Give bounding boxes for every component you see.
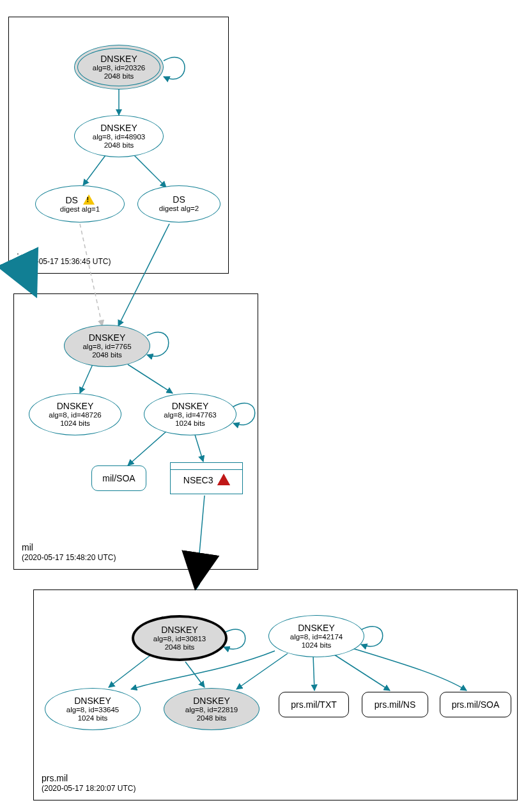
dnskey-mil-48726: DNSKEY alg=8, id=48726 1024 bits xyxy=(29,393,121,435)
dnskey-prs-22819: DNSKEY alg=8, id=22819 2048 bits xyxy=(164,688,259,730)
dnskey-root-ksk: DNSKEY alg=8, id=20326 2048 bits xyxy=(74,45,164,90)
dnskey-prs-33645: DNSKEY alg=8, id=33645 1024 bits xyxy=(45,688,141,730)
rrset-mil-soa: mil/SOA xyxy=(91,465,146,491)
rrset-prs-txt: prs.mil/TXT xyxy=(279,692,349,717)
zone-prs-timestamp: (2020-05-17 18:20:07 UTC) xyxy=(42,784,135,793)
ds-alg2: DS digest alg=2 xyxy=(137,185,220,223)
dnskey-mil-ksk: DNSKEY alg=8, id=7765 2048 bits xyxy=(64,325,150,367)
dnskey-prs-ksk: DNSKEY alg=8, id=30813 2048 bits xyxy=(132,615,228,661)
zone-mil-name: mil xyxy=(22,542,116,554)
rrset-prs-soa: prs.mil/SOA xyxy=(440,692,511,717)
dnskey-mil-47763: DNSKEY alg=8, id=47763 1024 bits xyxy=(144,393,236,435)
dnskey-prs-42174: DNSKEY alg=8, id=42174 1024 bits xyxy=(268,615,364,657)
rrset-prs-ns: prs.mil/NS xyxy=(362,692,428,717)
warning-icon xyxy=(83,194,95,205)
dnskey-root-zsk: DNSKEY alg=8, id=48903 2048 bits xyxy=(74,115,164,157)
zone-prs-name: prs.mil xyxy=(42,773,135,785)
nsec3-record: NSEC3 xyxy=(170,462,243,494)
zone-mil-timestamp: (2020-05-17 15:48:20 UTC) xyxy=(22,553,116,563)
zone-root-timestamp: (2020-05-17 15:36:45 UTC) xyxy=(17,257,111,267)
zone-root-name: . xyxy=(17,246,111,258)
ds-alg1: DS digest alg=1 xyxy=(35,185,125,223)
error-icon xyxy=(218,474,229,485)
